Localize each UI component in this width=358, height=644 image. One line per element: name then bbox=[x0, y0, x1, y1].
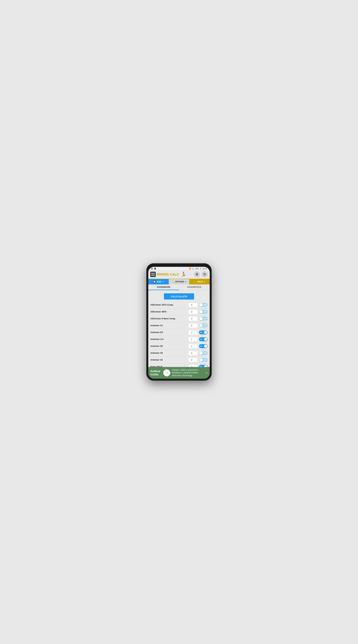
calculate-top-wrap: CALCULATE bbox=[150, 293, 208, 300]
toggle-label: OFF bbox=[204, 311, 207, 312]
miner-toggle[interactable]: OFF bbox=[199, 358, 208, 362]
toggle-label: ON bbox=[200, 338, 202, 340]
app-header: MINING CALC 🏃 ⚙ ↻ bbox=[148, 270, 210, 279]
nav-gpus[interactable]: 🔆 GPUS ▼ bbox=[189, 279, 210, 284]
asic-label: ASIC bbox=[157, 280, 162, 283]
status-icon-nfc: 📲 bbox=[154, 268, 156, 270]
header-actions: ⚙ ↻ bbox=[194, 271, 208, 278]
miner-row: Antminer D3 ON bbox=[150, 329, 208, 336]
status-bar: 🖼 📲 📶 📡 19% 🔋 16:32 bbox=[148, 267, 210, 270]
options-arrow: ▼ bbox=[185, 281, 187, 283]
ad-close-button[interactable]: ✕ bbox=[206, 372, 208, 374]
svg-rect-3 bbox=[153, 274, 155, 276]
settings-icon: ⚙ bbox=[196, 272, 198, 276]
nav-asic[interactable]: 🔲 ASIC ▼ bbox=[148, 279, 169, 284]
toggle-knob bbox=[199, 358, 203, 362]
ad-brand: Golf Geum Technology bbox=[172, 374, 204, 377]
ad-text-right-wrap: Inovace, vášeň a preciznost v kombinaci … bbox=[172, 368, 204, 377]
refresh-button[interactable]: ↻ bbox=[202, 271, 208, 278]
miner-name: Antminer S9 bbox=[150, 345, 187, 347]
toggle-label: ON bbox=[200, 345, 202, 347]
settings-button[interactable]: ⚙ bbox=[194, 271, 200, 278]
miner-toggle[interactable]: ON bbox=[199, 365, 208, 367]
miner-row: Antminer A3 OFF bbox=[150, 322, 208, 329]
miner-toggle[interactable]: OFF bbox=[199, 303, 208, 307]
toggle-label: OFF bbox=[204, 359, 207, 361]
ad-arrow-button[interactable]: → bbox=[163, 369, 170, 376]
nav-options[interactable]: ⚡ OPTIONS ▼ bbox=[169, 279, 189, 284]
miner-toggle[interactable]: ON bbox=[199, 337, 208, 341]
miner-name: Antminer A3 bbox=[150, 324, 187, 327]
svg-rect-2 bbox=[151, 274, 153, 276]
miner-quantity-input[interactable] bbox=[188, 303, 197, 307]
miner-row: Antminer S9 ON bbox=[150, 343, 208, 350]
svg-rect-1 bbox=[153, 273, 155, 274]
miner-row: ASICminer 24Th Comp. OFF bbox=[150, 302, 208, 308]
battery-icon: 🔋 bbox=[199, 268, 202, 270]
miner-quantity-input[interactable] bbox=[188, 358, 197, 362]
nav-bar: 🔲 ASIC ▼ ⚡ OPTIONS ▼ 🔆 GPUS ▼ bbox=[148, 279, 210, 284]
miner-name: Antminer L3+ bbox=[150, 338, 187, 340]
miners-list: ASICminer 24Th Comp. OFF ASICminer 48Th … bbox=[150, 302, 208, 367]
miner-name: Antminer V9 bbox=[150, 352, 187, 354]
tab-hardware[interactable]: HARDWARE bbox=[148, 284, 179, 290]
miner-toggle[interactable]: OFF bbox=[199, 317, 208, 321]
gpus-icon: 🔆 bbox=[194, 280, 196, 283]
miner-toggle[interactable]: ON bbox=[199, 330, 208, 334]
wifi-icon: 📶 bbox=[189, 268, 191, 270]
miner-toggle[interactable]: ON bbox=[199, 344, 208, 348]
calculate-top-button[interactable]: CALCULATE bbox=[164, 293, 194, 300]
miner-toggle[interactable]: OFF bbox=[199, 324, 208, 328]
toggle-knob bbox=[199, 324, 203, 327]
ad-banner: Golfové vozíky → Inovace, vášeň a preciz… bbox=[148, 367, 210, 379]
miner-row: ASICminer 48Th OFF bbox=[150, 308, 208, 315]
svg-rect-0 bbox=[151, 273, 153, 274]
tab-headers: HARDWARE HASHRATES bbox=[148, 284, 210, 290]
app-logo: MINING CALC 🏃 bbox=[150, 272, 186, 277]
logo-icon bbox=[150, 272, 156, 277]
miner-toggle[interactable]: OFF bbox=[199, 310, 208, 314]
logo-runner-icon: 🏃 bbox=[181, 272, 186, 277]
content-area: CALCULATE ASICminer 24Th Comp. OFF ASICm… bbox=[148, 290, 210, 367]
toggle-knob bbox=[199, 351, 203, 355]
miner-row: ASICminer 8 Nano Comp. OFF bbox=[150, 315, 208, 322]
gpus-label: GPUS bbox=[197, 280, 203, 283]
refresh-icon: ↻ bbox=[204, 272, 206, 276]
ad-arrow-icon: → bbox=[165, 371, 168, 375]
toggle-knob bbox=[204, 338, 207, 341]
options-icon: ⚡ bbox=[172, 280, 174, 283]
miner-name: ASICminer 8 Nano Comp. bbox=[150, 318, 187, 320]
toggle-knob bbox=[204, 365, 207, 367]
toggle-knob bbox=[204, 331, 207, 334]
signal-icon: 📡 bbox=[192, 268, 194, 270]
ad-text-left: Golfové vozíky bbox=[150, 370, 162, 376]
miner-row: Baikal BK-B ON bbox=[150, 364, 208, 367]
miner-row: Antminer L3+ ON bbox=[150, 336, 208, 343]
miner-toggle[interactable]: OFF bbox=[199, 351, 208, 355]
battery-percent: 19% bbox=[195, 268, 199, 270]
gpus-arrow: ▼ bbox=[204, 281, 206, 283]
miner-quantity-input[interactable] bbox=[188, 365, 197, 367]
toggle-label: OFF bbox=[204, 325, 207, 326]
miner-quantity-input[interactable] bbox=[188, 324, 197, 328]
miner-quantity-input[interactable] bbox=[188, 344, 197, 348]
toggle-label: ON bbox=[200, 366, 202, 367]
miner-quantity-input[interactable] bbox=[188, 338, 197, 341]
miner-name: Baikal BK-B bbox=[150, 366, 187, 367]
miner-name: ASICminer 24Th Comp. bbox=[150, 304, 187, 306]
time-display: 16:32 bbox=[202, 268, 207, 270]
tab-hashrates[interactable]: HASHRATES bbox=[179, 284, 210, 290]
camera-dot bbox=[182, 265, 182, 266]
miner-row: Antminer X3 OFF bbox=[150, 356, 208, 364]
miner-row: Antminer V9 OFF bbox=[150, 350, 208, 356]
toggle-label: OFF bbox=[204, 304, 207, 306]
miner-quantity-input[interactable] bbox=[188, 330, 197, 334]
toggle-knob bbox=[199, 303, 203, 306]
logo-text: MINING CALC bbox=[157, 272, 179, 276]
miner-quantity-input[interactable] bbox=[188, 351, 197, 355]
toggle-knob bbox=[199, 310, 203, 314]
toggle-knob bbox=[204, 344, 207, 348]
miner-quantity-input[interactable] bbox=[188, 317, 197, 321]
asic-chip-icon: 🔲 bbox=[153, 280, 156, 283]
miner-quantity-input[interactable] bbox=[188, 310, 197, 314]
